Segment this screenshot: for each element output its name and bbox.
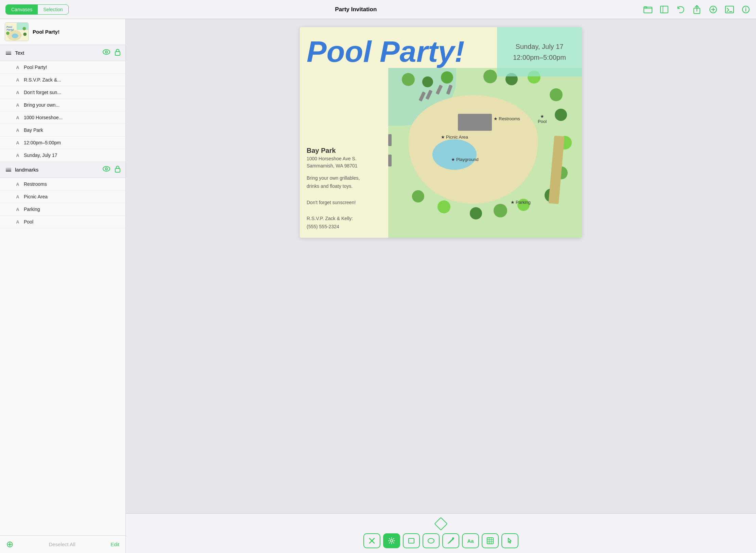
layer-item-label: Restrooms: [24, 181, 47, 187]
svg-rect-30: [6, 168, 11, 169]
list-item[interactable]: A Bay Park: [0, 124, 125, 137]
edit-button[interactable]: Edit: [110, 541, 119, 547]
layer-item-label: Pool: [24, 219, 33, 225]
tree: [483, 70, 497, 83]
canvas-thumb-inner: Pool Party!: [5, 23, 28, 41]
visibility-icon-2[interactable]: [102, 166, 110, 174]
rectangle-tool[interactable]: [403, 533, 420, 548]
main-layout: Pool Party! Pool Party!: [0, 19, 756, 553]
svg-point-39: [452, 538, 454, 539]
canvas-item[interactable]: Pool Party! Pool Party!: [0, 19, 125, 45]
map-pool: [432, 139, 477, 170]
invitation-card: Pool Party! Sunday, July 17 12:00pm–5:00…: [300, 27, 582, 238]
layer-item-label: Picnic Area: [24, 194, 48, 199]
tree: [550, 88, 563, 101]
date-line2: 12:00pm–5:00pm: [513, 54, 566, 61]
cancel-tool[interactable]: [363, 533, 380, 548]
landmarks-group-actions: [102, 165, 121, 174]
gear-tool[interactable]: [383, 533, 400, 548]
list-item[interactable]: A Parking: [0, 203, 125, 216]
list-item[interactable]: A Restrooms: [0, 178, 125, 191]
restrooms-star: ★: [494, 116, 498, 121]
folder-icon[interactable]: [643, 5, 653, 14]
canvas-area: Pool Party! Sunday, July 17 12:00pm–5:00…: [126, 19, 756, 513]
visibility-icon[interactable]: [102, 49, 110, 57]
add-button[interactable]: ⊕: [6, 539, 14, 550]
layer-stack-icon: [5, 49, 12, 57]
text-layer-group: Text: [0, 45, 125, 61]
svg-point-32: [105, 168, 107, 170]
svg-rect-23: [6, 52, 11, 53]
text-item-icon: A: [15, 219, 20, 225]
detail5: (555) 555-2324: [307, 224, 339, 229]
svg-text:Party!: Party!: [6, 28, 14, 31]
deselect-all-button: Deselect All: [49, 541, 75, 547]
text-tool-label: Aa: [467, 538, 474, 544]
undo-icon[interactable]: [676, 5, 685, 14]
playground-star: ★: [511, 200, 515, 205]
svg-line-35: [370, 538, 374, 543]
svg-point-36: [391, 540, 393, 542]
tree: [422, 76, 433, 87]
share-icon[interactable]: [692, 5, 702, 14]
list-item[interactable]: A Pool: [0, 216, 125, 228]
list-item[interactable]: A 1000 Horseshoe...: [0, 111, 125, 124]
list-item[interactable]: A Pool Party!: [0, 61, 125, 74]
add-icon[interactable]: [708, 5, 718, 14]
tree: [494, 204, 507, 217]
pen-tool[interactable]: [442, 533, 459, 548]
detail3: Don't forget sunscreen!: [307, 200, 356, 205]
pointer-tool[interactable]: [501, 533, 518, 548]
svg-rect-1: [660, 6, 668, 13]
panel-icon[interactable]: [659, 5, 669, 14]
svg-rect-40: [487, 538, 493, 544]
doc-title: Party Invitation: [335, 6, 377, 13]
grid-tool[interactable]: [482, 533, 499, 548]
list-item[interactable]: A 12:00pm–5:00pm: [0, 137, 125, 149]
diamond-button[interactable]: [433, 516, 448, 531]
layer-item-label: Parking: [24, 207, 40, 212]
toolbar-tools-row: Aa: [363, 533, 518, 548]
layer-item-label: Bring your own...: [24, 102, 59, 108]
tab-group: Canvases Selection: [5, 4, 69, 15]
parking-star: ★: [540, 114, 544, 119]
tree: [470, 207, 482, 219]
info-icon[interactable]: [741, 5, 751, 14]
text-item-icon: A: [15, 65, 20, 70]
playground-label: ★ Parking: [511, 200, 531, 205]
restrooms-label: ★ Restrooms: [494, 116, 520, 121]
landmarks-layer-group: landmarks: [0, 162, 125, 178]
list-item[interactable]: A R.S.V.P. Zack &...: [0, 74, 125, 86]
canvases-tab[interactable]: Canvases: [6, 5, 38, 14]
tree: [402, 73, 415, 86]
text-tool[interactable]: Aa: [462, 533, 479, 548]
lock-icon-2[interactable]: [115, 165, 121, 174]
restrooms-building: [458, 114, 492, 131]
list-item[interactable]: A Picnic Area: [0, 191, 125, 203]
inv-map: ★ Restrooms ★ Picnic Area ★ Playground ★…: [388, 68, 582, 238]
svg-rect-0: [644, 7, 652, 13]
ellipse-tool[interactable]: [423, 533, 440, 548]
date-line1: Sunday, July 17: [516, 43, 564, 50]
text-group-name: Text: [15, 50, 100, 56]
text-item-icon: A: [15, 77, 20, 83]
list-item[interactable]: A Don't forget sun...: [0, 86, 125, 99]
layer-stack-icon-2: [5, 166, 12, 174]
details: Bring your own grillables, drinks and fl…: [307, 174, 402, 231]
tree: [555, 109, 567, 121]
list-item[interactable]: A Bring your own...: [0, 99, 125, 111]
inv-title: Pool Party!: [307, 37, 465, 67]
pool-star: ★: [451, 157, 455, 162]
svg-rect-27: [115, 52, 120, 55]
layer-item-label: R.S.V.P. Zack &...: [24, 77, 61, 83]
lock-icon[interactable]: [115, 48, 121, 57]
text-item-icon: A: [15, 153, 20, 158]
layer-item-label: 12:00pm–5:00pm: [24, 140, 61, 145]
svg-point-19: [6, 32, 10, 35]
script-icon[interactable]: [725, 5, 734, 14]
list-item[interactable]: A Sunday, July 17: [0, 149, 125, 162]
layer-item-label: Bay Park: [24, 127, 43, 133]
selection-tab[interactable]: Selection: [38, 5, 68, 14]
svg-line-34: [370, 538, 374, 543]
tree: [412, 190, 424, 202]
